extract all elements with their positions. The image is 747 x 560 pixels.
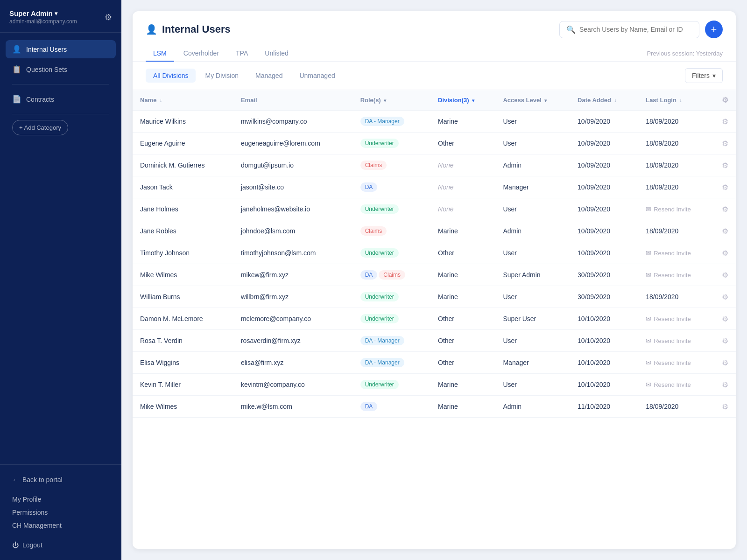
row-settings-icon[interactable]: ⚙ <box>722 183 728 191</box>
cell-date-added: 10/09/2020 <box>570 176 638 198</box>
row-settings-icon[interactable]: ⚙ <box>722 227 728 235</box>
row-settings-icon[interactable]: ⚙ <box>722 293 728 301</box>
resend-invite-button[interactable]: ✉ Resend Invite <box>646 315 707 322</box>
sub-tab-managed[interactable]: Managed <box>248 69 290 83</box>
sub-tab-unmanaged[interactable]: Unmanaged <box>292 69 342 83</box>
col-access-level[interactable]: Access Level ▾ <box>495 90 570 111</box>
resend-invite-button[interactable]: ✉ Resend Invite <box>646 337 707 344</box>
cell-last-login: 18/09/2020 <box>638 286 714 308</box>
sub-tab-my-division[interactable]: My Division <box>197 69 246 83</box>
cell-date-added: 10/09/2020 <box>570 242 638 264</box>
permissions-link[interactable]: Permissions <box>12 506 109 519</box>
sidebar-item-contracts[interactable]: 📄 Contracts <box>6 90 116 108</box>
contract-icon: 📄 <box>12 95 21 104</box>
row-settings-icon[interactable]: ⚙ <box>722 249 728 257</box>
ch-management-link[interactable]: CH Management <box>12 519 109 532</box>
logout-button[interactable]: ⏻ Logout <box>6 538 116 553</box>
role-badge: DA <box>360 182 378 192</box>
table-row: William Burns willbrn@firm.xyz Underwrit… <box>133 286 736 308</box>
last-login-value: 18/09/2020 <box>646 161 678 169</box>
sidebar-item-internal-users[interactable]: 👤 Internal Users <box>6 40 116 58</box>
row-settings-icon[interactable]: ⚙ <box>722 205 728 213</box>
cell-roles: Claims <box>353 154 430 176</box>
row-settings-icon[interactable]: ⚙ <box>722 381 728 389</box>
cell-division: None <box>430 154 495 176</box>
resend-invite-button[interactable]: ✉ Resend Invite <box>646 271 707 279</box>
last-login-value: 18/09/2020 <box>646 118 678 125</box>
row-settings-icon[interactable]: ⚙ <box>722 140 728 147</box>
admin-email: admin-mail@company.com <box>9 18 77 25</box>
sidebar-item-question-sets[interactable]: 📋 Question Sets <box>6 60 116 78</box>
nav-item-label: Question Sets <box>26 66 67 73</box>
division-value: None <box>438 161 453 169</box>
back-to-portal-link[interactable]: ← Back to portal <box>6 472 116 487</box>
cell-name: Timothy Johnson <box>133 242 233 264</box>
resend-invite-button[interactable]: ✉ Resend Invite <box>646 249 707 257</box>
col-division[interactable]: Division(3) ▾ <box>430 90 495 111</box>
cell-roles: DA - Manager <box>353 111 430 133</box>
row-settings-icon[interactable]: ⚙ <box>722 118 728 126</box>
row-settings-icon[interactable]: ⚙ <box>722 315 728 323</box>
row-settings-icon[interactable]: ⚙ <box>722 161 728 169</box>
users-table: Name ↕ Email Role(s) ▾ Division(3) ▾ Acc… <box>133 90 736 418</box>
search-input[interactable] <box>579 26 692 33</box>
tab-coverholder[interactable]: Coverholder <box>176 46 226 62</box>
row-settings-icon[interactable]: ⚙ <box>722 337 728 345</box>
cell-name: Jason Tack <box>133 176 233 198</box>
cell-last-login: ✉ Resend Invite <box>638 330 714 352</box>
table-settings-icon[interactable]: ⚙ <box>722 96 728 105</box>
sub-tab-all-divisions[interactable]: All Divisions <box>146 69 196 83</box>
col-roles[interactable]: Role(s) ▾ <box>353 90 430 111</box>
admin-name[interactable]: Super Admin ▾ <box>9 9 77 17</box>
cell-division: Other <box>430 308 495 330</box>
tab-unlisted[interactable]: Unlisted <box>257 46 296 62</box>
resend-invite-button[interactable]: ✉ Resend Invite <box>646 359 707 366</box>
cell-last-login: ✉ Resend Invite <box>638 308 714 330</box>
row-settings-icon[interactable]: ⚙ <box>722 271 728 279</box>
table-row: Elisa Wiggins elisa@firm.xyz DA - Manage… <box>133 352 736 374</box>
cell-name: William Burns <box>133 286 233 308</box>
role-badge: Claims <box>360 161 387 170</box>
document-icon: 📋 <box>12 65 21 74</box>
col-last-login[interactable]: Last Login ↕ <box>638 90 714 111</box>
row-settings-icon[interactable]: ⚙ <box>722 359 728 367</box>
cell-date-added: 11/10/2020 <box>570 396 638 418</box>
cell-roles: Underwriter <box>353 308 430 330</box>
table-row: Dominick M. Gutierres domgut@ipsum.io Cl… <box>133 154 736 176</box>
nav-divider-2 <box>12 114 109 114</box>
resend-invite-button[interactable]: ✉ Resend Invite <box>646 381 707 388</box>
cell-email: rosaverdin@firm.xyz <box>233 330 353 352</box>
cell-access-level: User <box>495 330 570 352</box>
table-row: Jason Tack jasont@site.co DA None Manage… <box>133 176 736 198</box>
row-settings-icon[interactable]: ⚙ <box>722 403 728 411</box>
cell-roles: DA - Manager <box>353 352 430 374</box>
resend-invite-button[interactable]: ✉ Resend Invite <box>646 205 707 213</box>
cell-division: Other <box>430 133 495 154</box>
gear-icon[interactable]: ⚙ <box>105 12 112 22</box>
role-badge: Underwriter <box>360 380 399 389</box>
add-category-button[interactable]: + Add Category <box>12 120 68 135</box>
cell-email: mwilkins@company.co <box>233 111 353 133</box>
search-box[interactable]: 🔍 <box>559 21 699 38</box>
tab-lsm[interactable]: LSM <box>146 46 174 62</box>
mail-icon: ✉ <box>646 249 651 257</box>
cell-date-added: 10/09/2020 <box>570 220 638 242</box>
header-right: 🔍 + <box>559 21 723 38</box>
table-row: Rosa T. Verdin rosaverdin@firm.xyz DA - … <box>133 330 736 352</box>
add-user-button[interactable]: + <box>705 21 723 38</box>
role-badge: Underwriter <box>360 248 399 258</box>
cell-last-login: 18/09/2020 <box>638 154 714 176</box>
division-value: Other <box>438 140 454 147</box>
cell-settings: ⚙ <box>714 220 736 242</box>
col-name[interactable]: Name ↕ <box>133 90 233 111</box>
cell-settings: ⚙ <box>714 286 736 308</box>
my-profile-link[interactable]: My Profile <box>12 493 109 506</box>
cell-access-level: Admin <box>495 220 570 242</box>
footer-links: My Profile Permissions CH Management <box>6 491 116 534</box>
cell-division: Marine <box>430 220 495 242</box>
role-badge: Underwriter <box>360 204 399 214</box>
filters-button[interactable]: Filters ▾ <box>685 68 723 83</box>
tab-tpa[interactable]: TPA <box>228 46 255 62</box>
col-date-added[interactable]: Date Added ↕ <box>570 90 638 111</box>
table-row: Jane Holmes janeholmes@website.io Underw… <box>133 198 736 220</box>
